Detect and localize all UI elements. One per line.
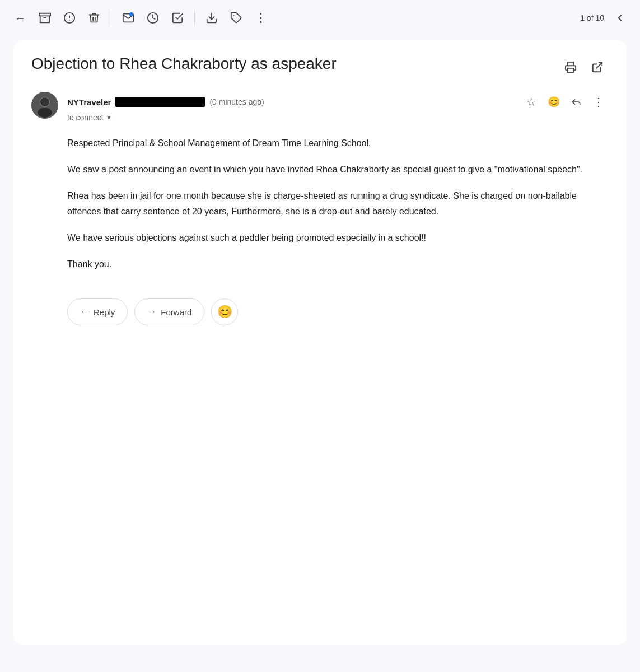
body-paragraph-5: Thank you. (67, 256, 609, 272)
body-paragraph-1: Respected Principal & School Management … (67, 136, 609, 151)
to-chevron-icon[interactable]: ▼ (106, 114, 113, 122)
svg-rect-9 (568, 68, 574, 72)
divider-1 (111, 10, 111, 26)
star-button[interactable]: ☆ (521, 92, 541, 112)
svg-line-10 (596, 63, 602, 68)
sender-email-redacted (115, 97, 205, 107)
sender-info: NYTraveler (0 minutes ago) ☆ 😊 (67, 92, 609, 122)
body-paragraph-4: We have serious objections against such … (67, 230, 609, 245)
reply-inline-button[interactable] (566, 92, 586, 112)
body-paragraph-2: We saw a post announcing an event in whi… (67, 162, 609, 177)
toolbar: ← (0, 0, 640, 36)
label-button[interactable] (225, 7, 247, 29)
move-to-button[interactable] (200, 7, 223, 29)
sender-action-icons: ☆ 😊 ⋮ (521, 92, 609, 112)
add-to-tasks-button[interactable] (166, 7, 189, 29)
print-button[interactable] (559, 56, 582, 78)
email-body: Respected Principal & School Management … (31, 136, 609, 272)
svg-rect-0 (39, 13, 50, 16)
svg-point-14 (40, 97, 49, 106)
page-count: 1 of 10 (580, 13, 604, 22)
avatar (31, 92, 58, 119)
sender-time: (0 minutes ago) (209, 97, 264, 106)
more-options-button[interactable]: ⋮ (250, 7, 272, 29)
report-spam-button[interactable] (58, 7, 81, 29)
reply-arrow-icon: ← (80, 307, 89, 317)
svg-point-5 (129, 12, 133, 16)
back-button[interactable]: ← (9, 7, 31, 29)
sender-name: NYTraveler (67, 97, 111, 107)
reply-button[interactable]: ← Reply (67, 298, 128, 325)
sender-name-row: NYTraveler (0 minutes ago) ☆ 😊 (67, 92, 609, 112)
divider-2 (194, 10, 195, 26)
snooze-button[interactable] (142, 7, 164, 29)
body-paragraph-3: Rhea has been in jail for one month beca… (67, 188, 609, 218)
reply-label: Reply (94, 307, 115, 317)
sender-row: NYTraveler (0 minutes ago) ☆ 😊 (31, 92, 609, 122)
mark-unread-button[interactable] (117, 7, 139, 29)
emoji-button[interactable]: 😊 (211, 298, 238, 325)
next-email-button[interactable] (609, 7, 631, 29)
email-action-buttons: ← Reply → Forward 😊 (31, 298, 609, 325)
forward-button[interactable]: → Forward (134, 298, 204, 325)
delete-button[interactable] (83, 7, 105, 29)
subject-actions (559, 54, 609, 78)
emoji-reaction-button[interactable]: 😊 (544, 92, 564, 112)
subject-row: Objection to Rhea Chakraborty as aspeake… (31, 54, 609, 78)
open-in-new-button[interactable] (586, 56, 609, 78)
forward-label: Forward (161, 307, 191, 317)
to-row: to connect ▼ (67, 113, 609, 122)
to-label: to connect (67, 113, 104, 122)
svg-point-15 (38, 108, 52, 118)
more-actions-button[interactable]: ⋮ (588, 92, 609, 112)
archive-button[interactable] (34, 7, 56, 29)
forward-arrow-icon: → (147, 307, 156, 317)
email-container: Objection to Rhea Chakraborty as aspeake… (13, 40, 627, 645)
email-subject: Objection to Rhea Chakraborty as aspeake… (31, 54, 337, 74)
